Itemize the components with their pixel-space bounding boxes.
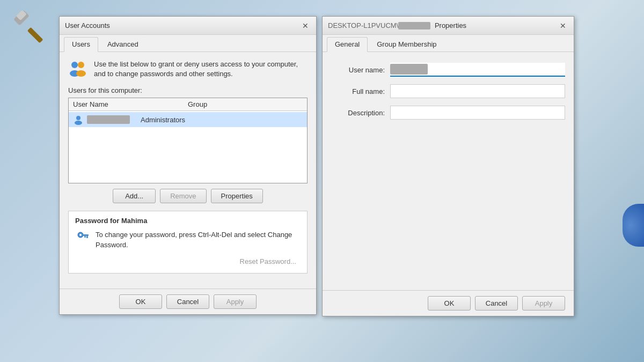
reset-password-button[interactable]: Reset Password...	[236, 255, 301, 268]
properties-title-user-blur	[398, 22, 430, 29]
users-intro-section: Use the list below to grant or deny user…	[68, 60, 308, 79]
password-section: Password for Mahima To change your passw…	[68, 211, 308, 273]
users-group-icon	[68, 60, 87, 79]
username-value-blurred	[390, 64, 428, 75]
hammer-icon	[11, 11, 48, 48]
col-username-header: User Name	[73, 100, 188, 108]
user-row-group: Administrators	[141, 116, 303, 124]
col-group-header: Group	[188, 100, 303, 108]
description-label: Description:	[331, 109, 390, 117]
properties-title-prefix: DESKTOP-L1PVUCM\	[328, 21, 398, 29]
svg-point-7	[76, 116, 80, 120]
description-input-wrap	[390, 106, 565, 120]
svg-point-3	[71, 62, 78, 68]
user-action-buttons: Add... Remove Properties	[68, 189, 308, 203]
user-accounts-bottom-buttons: OK Cancel Apply	[60, 289, 316, 314]
svg-point-8	[75, 121, 82, 125]
password-key-icon	[75, 230, 90, 245]
svg-rect-12	[86, 236, 88, 238]
password-section-title: Password for Mahima	[75, 217, 301, 225]
users-section-label: Users for this computer:	[68, 86, 308, 94]
tab-users[interactable]: Users	[64, 37, 98, 52]
ok-button[interactable]: OK	[119, 294, 162, 309]
properties-button[interactable]: Properties	[211, 189, 263, 203]
properties-ok-button[interactable]: OK	[428, 296, 471, 311]
table-row[interactable]: Administrators	[69, 112, 307, 127]
svg-point-5	[78, 62, 84, 68]
properties-apply-button[interactable]: Apply	[522, 296, 565, 311]
username-label: User name:	[331, 66, 390, 74]
users-table: User Name Group Administrators	[68, 98, 308, 183]
properties-close-button[interactable]: ✕	[558, 20, 568, 31]
user-accounts-titlebar: User Accounts ✕	[60, 17, 316, 35]
fullname-input-wrap	[390, 84, 565, 98]
properties-tabs: General Group Membership	[323, 35, 574, 52]
username-input-wrap	[390, 63, 565, 77]
svg-rect-11	[82, 234, 89, 236]
apply-button[interactable]: Apply	[214, 294, 257, 309]
user-row-icon	[73, 114, 84, 125]
properties-dialog: DESKTOP-L1PVUCM\ Properties ✕ General Gr…	[322, 16, 574, 316]
fullname-row: Full name:	[331, 84, 565, 98]
description-row: Description:	[331, 106, 565, 120]
fullname-label: Full name:	[331, 87, 390, 95]
properties-cancel-button[interactable]: Cancel	[475, 296, 518, 311]
user-accounts-close-button[interactable]: ✕	[300, 20, 311, 31]
svg-point-6	[76, 70, 86, 77]
cancel-button[interactable]: Cancel	[166, 294, 209, 309]
user-accounts-content: Use the list below to grant or deny user…	[60, 52, 316, 289]
tab-group-membership[interactable]: Group Membership	[369, 37, 444, 51]
username-row: User name:	[331, 63, 565, 77]
user-accounts-tabs: Users Advanced	[60, 35, 316, 52]
svg-rect-13	[84, 236, 86, 238]
properties-title: DESKTOP-L1PVUCM\ Properties	[328, 21, 466, 30]
user-row-name-blurred	[87, 115, 130, 124]
password-text: To change your password, press Ctrl-Alt-…	[96, 230, 301, 249]
svg-rect-0	[27, 27, 43, 43]
users-table-header: User Name Group	[69, 98, 307, 111]
fullname-input[interactable]	[390, 84, 565, 98]
add-user-button[interactable]: Add...	[113, 189, 156, 203]
tab-general[interactable]: General	[327, 37, 368, 52]
users-table-body: Administrators	[69, 111, 307, 128]
properties-title-suffix: Properties	[435, 21, 466, 29]
tab-advanced[interactable]: Advanced	[99, 37, 147, 51]
properties-titlebar: DESKTOP-L1PVUCM\ Properties ✕	[323, 17, 574, 35]
users-intro-text: Use the list below to grant or deny user…	[94, 60, 308, 79]
user-accounts-title: User Accounts	[65, 21, 110, 29]
svg-point-10	[79, 234, 82, 236]
properties-bottom-buttons: OK Cancel Apply	[323, 290, 574, 316]
user-accounts-dialog: User Accounts ✕ Users Advanced Use the l…	[59, 16, 317, 315]
properties-content: User name: Full name: Description:	[323, 52, 574, 138]
password-inner: To change your password, press Ctrl-Alt-…	[75, 230, 301, 249]
remove-user-button[interactable]: Remove	[160, 189, 206, 203]
description-input[interactable]	[390, 106, 565, 120]
blue-orb-decoration	[623, 204, 644, 247]
